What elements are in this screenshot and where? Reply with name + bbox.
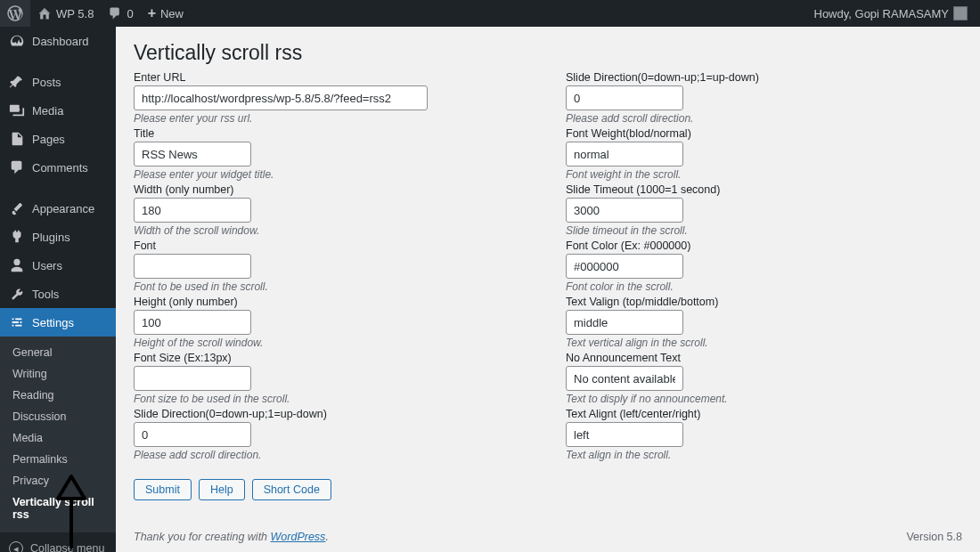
slide-timeout-input[interactable] <box>566 198 683 223</box>
field-hint: Height of the scroll window. <box>134 337 530 349</box>
nav-label: Appearance <box>32 202 94 215</box>
nav-label: Pages <box>32 133 65 146</box>
width-input[interactable] <box>134 198 251 223</box>
wp-logo-menu[interactable] <box>0 0 30 27</box>
field-text-align: Text Alignt (left/center/right) Text ali… <box>566 408 962 461</box>
nav-tools[interactable]: Tools <box>0 280 116 308</box>
field-hint: Text to disply if no announcement. <box>566 393 962 405</box>
collapse-icon: ◂ <box>9 541 23 552</box>
height-input[interactable] <box>134 310 251 335</box>
thank-prefix: Thank you for creating with <box>134 531 271 543</box>
nav-plugins[interactable]: Plugins <box>0 223 116 251</box>
sub-general[interactable]: General <box>0 342 116 363</box>
new-content-menu[interactable]: + New <box>141 0 191 27</box>
slide-direction-input-2[interactable] <box>566 85 683 110</box>
footer-thankyou: Thank you for creating with WordPress. <box>134 531 329 543</box>
field-hint: Please enter your widget title. <box>134 168 530 181</box>
nav-settings[interactable]: Settings <box>0 308 116 337</box>
nav-pages[interactable]: Pages <box>0 125 116 153</box>
field-hint: Width of the scroll window. <box>134 224 530 237</box>
nav-appearance[interactable]: Appearance <box>0 194 116 223</box>
field-label: No Announcement Text <box>566 352 962 364</box>
my-account-menu[interactable]: Howdy, Gopi RAMASAMY <box>807 0 976 27</box>
site-name-menu[interactable]: WP 5.8 <box>30 0 101 27</box>
pages-icon <box>9 131 25 147</box>
buttons-row: Submit Help Short Code <box>134 479 530 500</box>
field-font-size: Font Size (Ex:13px) Font size to be used… <box>134 352 530 405</box>
field-label: Font <box>134 239 530 252</box>
nav-comments[interactable]: Comments <box>0 153 116 182</box>
field-hint: Text align in the scroll. <box>566 449 962 461</box>
sub-reading[interactable]: Reading <box>0 385 116 406</box>
sub-writing[interactable]: Writing <box>0 363 116 385</box>
comments-menu[interactable]: 0 <box>101 0 140 27</box>
form-col-left: Enter URL Please enter your rss url. Tit… <box>134 69 530 500</box>
field-hint: Please add scroll direction. <box>566 112 962 125</box>
field-label: Height (only number) <box>134 296 530 308</box>
field-hint: Text vertical align in the scroll. <box>566 337 962 349</box>
font-size-input[interactable] <box>134 366 251 391</box>
admin-bar: WP 5.8 0 + New Howdy, Gopi RAMASAMY <box>0 0 980 27</box>
font-input[interactable] <box>134 254 251 279</box>
admin-bar-left: WP 5.8 0 + New <box>0 0 191 27</box>
nav-media[interactable]: Media <box>0 96 116 125</box>
field-hint: Font weight in the scroll. <box>566 168 962 181</box>
font-color-input[interactable] <box>566 254 683 279</box>
sub-privacy[interactable]: Privacy <box>0 470 116 491</box>
site-name: WP 5.8 <box>56 7 94 20</box>
field-hint: Font to be used in the scroll. <box>134 280 530 293</box>
settings-form: Enter URL Please enter your rss url. Tit… <box>134 69 962 500</box>
nav-users[interactable]: Users <box>0 251 116 280</box>
font-weight-input[interactable] <box>566 142 683 166</box>
title-input[interactable] <box>134 142 251 166</box>
footer-version: Version 5.8 <box>906 531 962 543</box>
url-input[interactable] <box>134 85 428 110</box>
brush-icon <box>9 200 25 216</box>
plugin-icon <box>9 229 25 245</box>
wordpress-icon <box>7 5 23 21</box>
wrench-icon <box>9 286 25 302</box>
nav-label: Comments <box>32 161 88 175</box>
field-height: Height (only number) Height of the scrol… <box>134 296 530 349</box>
text-valign-input[interactable] <box>566 310 683 335</box>
sub-permalinks[interactable]: Permalinks <box>0 449 116 470</box>
comments-icon <box>9 159 25 175</box>
nav-label: Media <box>32 104 63 118</box>
page-title: Vertically scroll rss <box>134 41 962 65</box>
field-hint: Please add scroll direction. <box>134 449 530 461</box>
field-font: Font Font to be used in the scroll. <box>134 239 530 293</box>
collapse-menu[interactable]: ◂ Collapse menu <box>0 532 116 552</box>
avatar <box>953 6 968 20</box>
no-announcement-input[interactable] <box>566 366 683 391</box>
submit-button[interactable]: Submit <box>134 479 192 500</box>
sub-media[interactable]: Media <box>0 427 116 449</box>
shortcode-button[interactable]: Short Code <box>252 479 331 500</box>
sliders-icon <box>9 314 25 330</box>
text-align-input[interactable] <box>566 422 683 447</box>
nav-label: Dashboard <box>32 35 89 48</box>
home-icon <box>37 6 52 20</box>
sub-discussion[interactable]: Discussion <box>0 406 116 427</box>
admin-bar-right: Howdy, Gopi RAMASAMY <box>807 0 976 27</box>
field-label: Width (only number) <box>134 183 530 196</box>
thank-suffix: . <box>325 531 328 543</box>
field-font-color: Font Color (Ex: #000000) Font color in t… <box>566 239 962 293</box>
slide-direction-input[interactable] <box>134 422 251 447</box>
field-slide-direction-right: Slide Direction(0=down-up;1=up-down) Ple… <box>566 71 962 125</box>
settings-submenu: General Writing Reading Discussion Media… <box>0 337 116 532</box>
new-label: New <box>160 7 184 20</box>
nav-posts[interactable]: Posts <box>0 68 116 96</box>
howdy-prefix: Howdy, <box>814 7 852 20</box>
field-url: Enter URL Please enter your rss url. <box>134 71 530 125</box>
pin-icon <box>9 74 25 90</box>
field-no-announcement: No Announcement Text Text to disply if n… <box>566 352 962 405</box>
field-hint: Please enter your rss url. <box>134 112 530 125</box>
sub-vertically-scroll-rss[interactable]: Vertically scroll rss <box>0 491 116 525</box>
field-hint: Font size to be used in the scroll. <box>134 393 530 405</box>
nav-dashboard[interactable]: Dashboard <box>0 27 116 55</box>
nav-label: Settings <box>32 316 74 329</box>
wordpress-link[interactable]: WordPress <box>271 531 326 543</box>
field-label: Slide Direction(0=down-up;1=up-down) <box>566 71 962 84</box>
help-button[interactable]: Help <box>199 479 245 500</box>
main-content: Vertically scroll rss Enter URL Please e… <box>116 27 980 552</box>
